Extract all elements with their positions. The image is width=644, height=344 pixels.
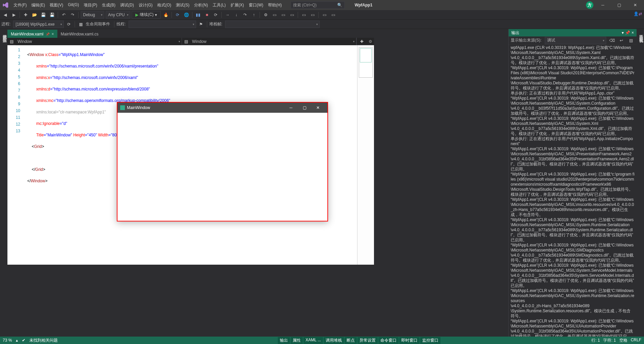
nav-scope-icon-2[interactable]: ▤ <box>182 38 190 45</box>
output-body[interactable]: wpfApp1.exe (CLR v4.0.30319: WpfApp1.exe… <box>509 45 637 337</box>
tab-mainwindow-xaml[interactable]: MainWindow.xaml 📌 × <box>7 30 57 38</box>
pin-icon[interactable]: 📌 <box>46 32 50 36</box>
live-share-icon[interactable]: 👤⇄ <box>634 11 642 16</box>
undo-icon[interactable]: ↶ <box>60 11 68 19</box>
nav-forward-icon[interactable]: ▶ <box>10 11 18 19</box>
nav-scope-icon[interactable]: ▤ <box>7 38 16 45</box>
continue-button[interactable]: ▶继续(C) ▾ <box>132 11 161 19</box>
minimize-button[interactable]: ─ <box>596 0 610 10</box>
app-minimize-button[interactable]: ─ <box>284 105 298 110</box>
tab-command[interactable]: 命令窗口 <box>378 337 399 344</box>
tool-icon-2[interactable]: ▭ <box>271 11 278 19</box>
tool-icon-6[interactable]: ▭ <box>309 11 316 19</box>
tool-icon-4[interactable]: ▭ <box>288 11 296 19</box>
thread-combo[interactable] <box>129 21 196 28</box>
menu-help[interactable]: 帮助(H) <box>266 1 284 9</box>
show-next-statement-icon[interactable]: → <box>224 11 231 19</box>
tab-mainwindow-xaml-cs[interactable]: MainWindow.xaml.cs <box>57 30 102 38</box>
user-avatar[interactable]: 方 <box>586 1 593 9</box>
status-eol[interactable]: CRLF <box>631 338 641 343</box>
app-close-button[interactable]: ✕ <box>311 105 325 110</box>
output-wrap-icon[interactable]: ↩ <box>618 37 625 44</box>
output-tool-icon[interactable]: ▤ <box>627 37 635 44</box>
menu-file[interactable]: 文件(F) <box>11 1 29 9</box>
nav-type-combo[interactable]: Window <box>16 38 182 45</box>
hot-reload-icon[interactable]: 🔥 <box>162 11 169 19</box>
stackframe-combo[interactable] <box>225 21 320 28</box>
output-clear-icon[interactable]: ⌫ <box>608 37 616 44</box>
tab-callstack[interactable]: 调用堆栈 <box>324 337 344 344</box>
tab-exceptions[interactable]: 异常设置 <box>357 337 378 344</box>
menu-test[interactable]: 测试(S) <box>174 1 191 9</box>
menu-view[interactable]: 视图(V) <box>48 1 65 9</box>
close-tab-icon[interactable]: × <box>52 32 54 36</box>
bottom-tool-tabs: 输出 属性 XAML ... 调用堆栈 断点 异常设置 命令窗口 即时窗口 监控… <box>278 337 440 344</box>
menu-tools[interactable]: 工具(L) <box>211 1 228 9</box>
search-input[interactable]: 搜索 (Ctrl+Q) 🔍 <box>291 1 345 9</box>
step-into-icon[interactable]: ↓ <box>233 11 240 19</box>
editor-overview-ruler[interactable] <box>357 45 374 265</box>
platform-combo[interactable]: Any CPU <box>106 11 130 19</box>
menu-window[interactable]: 窗口(W) <box>247 1 265 9</box>
tab-watch[interactable]: 监控窗口 <box>420 337 440 344</box>
output-pin-icon[interactable]: 📌 <box>625 30 630 35</box>
output-close-icon[interactable]: × <box>632 30 634 35</box>
menu-edit[interactable]: 编辑(E) <box>29 1 47 9</box>
app-titlebar[interactable]: MainWindow ─ ▢ ✕ <box>117 103 327 113</box>
output-header[interactable]: 输出 ▾ 📌 × <box>509 29 637 36</box>
output-subheader: 显示输出来源(S): 调试 ⌫ ↩ ▤ <box>509 36 637 45</box>
tab-properties[interactable]: 属性 <box>291 337 303 344</box>
running-app-window[interactable]: MainWindow ─ ▢ ✕ <box>117 102 328 221</box>
output-source-combo[interactable]: 调试 <box>545 37 606 44</box>
issues-text[interactable]: 未找到相关问题 <box>29 338 58 343</box>
process-refresh-icon[interactable]: ⟳ <box>65 21 73 28</box>
menu-build[interactable]: 生成(B) <box>100 1 117 9</box>
split-editor-icon[interactable]: ✚ <box>356 38 367 45</box>
app-title: MainWindow <box>127 105 150 110</box>
output-dropdown-icon[interactable]: ▾ <box>622 30 624 35</box>
menu-git[interactable]: Git(G) <box>66 1 81 9</box>
stop-icon[interactable]: ■ <box>203 11 211 19</box>
tool-icon-7[interactable]: ▭ <box>321 11 328 19</box>
nav-back-icon[interactable]: ◀ <box>1 11 9 19</box>
zoom-level[interactable]: 73 % <box>3 338 12 343</box>
tool-icon-5[interactable]: ▭ <box>300 11 307 19</box>
menu-format[interactable]: 格式(O) <box>155 1 173 9</box>
menu-analyze[interactable]: 分析(N) <box>192 1 210 9</box>
browser-icon[interactable]: 🌐 <box>183 11 190 19</box>
menu-extensions[interactable]: 扩展(X) <box>229 1 246 9</box>
redo-icon[interactable]: ↷ <box>69 11 76 19</box>
output-line: “WpfApp1.exe”(CLR v4.0.30319: WpfApp1.ex… <box>511 147 635 157</box>
save-all-icon[interactable]: 💾 <box>48 11 56 19</box>
menu-debug[interactable]: 调试(D) <box>118 1 136 9</box>
chevron-up-icon[interactable]: ▴ <box>16 338 18 343</box>
app-maximize-button[interactable]: ▢ <box>298 105 311 110</box>
maximize-button[interactable]: ▢ <box>612 0 626 10</box>
tool-icon-3[interactable]: ▭ <box>279 11 287 19</box>
tool-icon-1[interactable]: ⚙ <box>262 11 269 19</box>
browser-link-icon[interactable]: ⟳ <box>174 11 181 19</box>
process-combo[interactable]: [18908] WpfApp1.exe <box>13 21 64 28</box>
nav-member-combo[interactable]: Window <box>190 38 356 45</box>
status-spaces[interactable]: 空格 <box>619 338 627 343</box>
open-icon[interactable]: 📂 <box>31 11 38 19</box>
lifecycle-icon[interactable]: ▦ <box>77 21 84 28</box>
configuration-combo[interactable]: Debug <box>81 11 104 19</box>
new-item-icon[interactable]: ✚ <box>22 11 29 19</box>
tab-breakpoints[interactable]: 断点 <box>345 337 357 344</box>
output-line: “WpfApp1.exe”(CLR v4.0.30319: WpfApp1.ex… <box>511 197 635 217</box>
tab-immediate[interactable]: 即时窗口 <box>399 337 420 344</box>
editor-settings-icon[interactable]: ⚙ <box>367 38 374 45</box>
menu-design[interactable]: 设计(G) <box>137 1 155 9</box>
tab-xaml[interactable]: XAML ... <box>303 337 323 344</box>
save-icon[interactable]: 💾 <box>39 11 47 19</box>
thread-tool-icon[interactable]: ⚑ <box>197 21 205 28</box>
menu-project[interactable]: 项目(P) <box>82 1 99 9</box>
restart-icon[interactable]: ⟳ <box>212 11 219 19</box>
pause-icon[interactable]: ▮▮ <box>194 11 202 19</box>
tab-output[interactable]: 输出 <box>278 337 290 344</box>
step-out-icon[interactable]: ↑ <box>250 11 258 19</box>
tool-icon-8[interactable]: ▭ <box>329 11 337 19</box>
step-over-icon[interactable]: ↷ <box>241 11 249 19</box>
close-button[interactable]: ✕ <box>628 0 642 10</box>
